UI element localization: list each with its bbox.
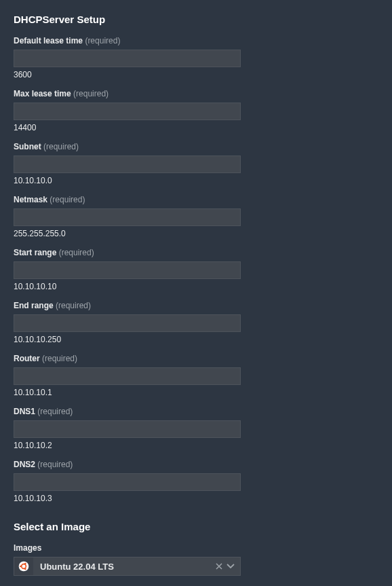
start-range-helper: 10.10.10.10 bbox=[14, 282, 378, 291]
ubuntu-icon bbox=[18, 561, 29, 572]
chevron-down-icon[interactable] bbox=[227, 564, 235, 569]
dns1-helper: 10.10.10.2 bbox=[14, 441, 378, 450]
netmask-label: Netmask (required) bbox=[14, 195, 378, 204]
router-input[interactable] bbox=[14, 367, 241, 385]
svg-point-3 bbox=[24, 563, 26, 565]
default-lease-time-helper: 3600 bbox=[14, 70, 378, 79]
ubuntu-icon-box bbox=[14, 557, 33, 575]
start-range-field: Start range (required) 10.10.10.10 bbox=[14, 248, 378, 291]
netmask-helper: 255.255.255.0 bbox=[14, 229, 378, 238]
svg-point-4 bbox=[24, 568, 26, 570]
dns1-label: DNS1 (required) bbox=[14, 407, 378, 416]
images-selected-value: Ubuntu 22.04 LTS bbox=[33, 562, 216, 572]
default-lease-time-label: Default lease time (required) bbox=[14, 36, 378, 45]
max-lease-time-label: Max lease time (required) bbox=[14, 89, 378, 98]
subnet-field: Subnet (required) 10.10.10.0 bbox=[14, 142, 378, 185]
router-field: Router (required) 10.10.10.1 bbox=[14, 354, 378, 397]
end-range-label: End range (required) bbox=[14, 301, 378, 310]
subnet-label: Subnet (required) bbox=[14, 142, 378, 151]
dns2-field: DNS2 (required) 10.10.10.3 bbox=[14, 460, 378, 503]
subnet-helper: 10.10.10.0 bbox=[14, 176, 378, 185]
svg-point-2 bbox=[20, 566, 22, 568]
router-label: Router (required) bbox=[14, 354, 378, 363]
default-lease-time-field: Default lease time (required) 3600 bbox=[14, 36, 378, 79]
start-range-label: Start range (required) bbox=[14, 248, 378, 257]
subnet-input[interactable] bbox=[14, 155, 241, 173]
default-lease-time-input[interactable] bbox=[14, 50, 241, 67]
netmask-field: Netmask (required) 255.255.255.0 bbox=[14, 195, 378, 238]
dns1-input[interactable] bbox=[14, 420, 241, 438]
end-range-helper: 10.10.10.250 bbox=[14, 335, 378, 344]
max-lease-time-helper: 14400 bbox=[14, 123, 378, 132]
select-controls bbox=[216, 563, 240, 570]
images-select[interactable]: Ubuntu 22.04 LTS bbox=[14, 557, 241, 576]
dns2-helper: 10.10.10.3 bbox=[14, 494, 378, 503]
clear-icon[interactable] bbox=[216, 563, 222, 570]
max-lease-time-input[interactable] bbox=[14, 103, 241, 120]
router-helper: 10.10.10.1 bbox=[14, 388, 378, 397]
select-image-title: Select an Image bbox=[14, 521, 378, 532]
dns2-label: DNS2 (required) bbox=[14, 460, 378, 469]
dns2-input[interactable] bbox=[14, 473, 241, 491]
netmask-input[interactable] bbox=[14, 208, 241, 226]
end-range-field: End range (required) 10.10.10.250 bbox=[14, 301, 378, 344]
dhcp-setup-title: DHCPServer Setup bbox=[14, 14, 378, 25]
start-range-input[interactable] bbox=[14, 261, 241, 279]
dns1-field: DNS1 (required) 10.10.10.2 bbox=[14, 407, 378, 450]
images-label: Images bbox=[14, 543, 378, 553]
max-lease-time-field: Max lease time (required) 14400 bbox=[14, 89, 378, 132]
end-range-input[interactable] bbox=[14, 314, 241, 332]
